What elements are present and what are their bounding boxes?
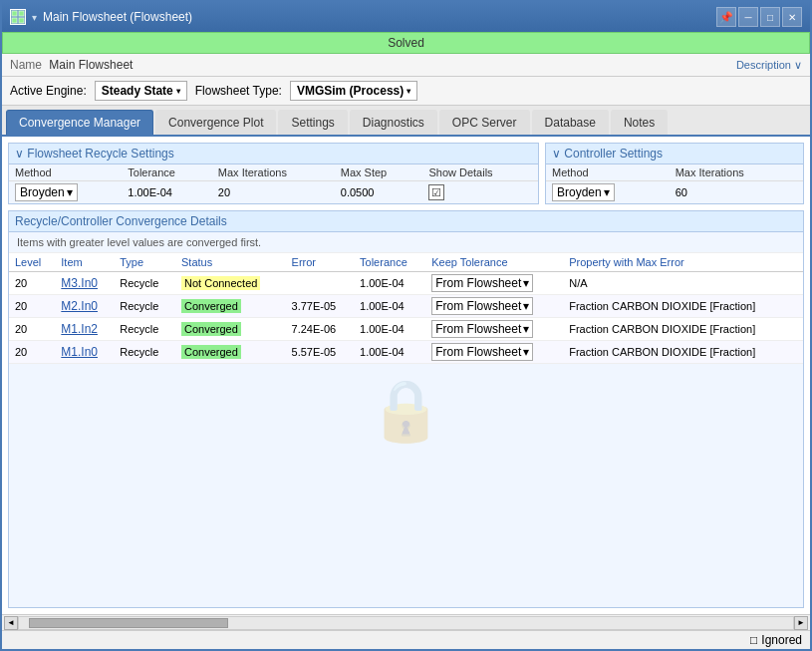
method-value: Broyden [20, 185, 65, 199]
name-value: Main Flowsheet [49, 58, 133, 72]
active-engine-label: Active Engine: [10, 84, 87, 98]
title-bar-arrow: ▾ [32, 12, 37, 23]
h-scrollbar[interactable]: ◄ ► [2, 614, 810, 630]
col-max-iterations: Max Iterations [212, 164, 335, 181]
item-link[interactable]: M2.In0 [61, 299, 98, 313]
status-badge: Converged [181, 322, 241, 336]
flowsheet-recycle-title: ∨ Flowsheet Recycle Settings [15, 147, 174, 161]
controller-settings-section: ∨ Controller Settings Method Max Iterati… [545, 143, 804, 204]
tab-convergence-plot[interactable]: Convergence Plot [155, 110, 276, 135]
cell-keep-tolerance: From Flowsheet ▾ [425, 318, 563, 341]
col-method: Method [9, 164, 122, 181]
tab-diagnostics[interactable]: Diagnostics [350, 110, 437, 135]
table-row: 20 M3.In0 Recycle Not Connected 1.00E-04… [9, 272, 803, 295]
item-link[interactable]: M1.In2 [61, 322, 98, 336]
cell-status: Converged [175, 318, 286, 341]
cell-error: 3.77E-05 [286, 295, 355, 318]
flowsheet-type-dropdown[interactable]: VMGSim (Process) ▾ [290, 81, 417, 101]
ignored-checkbox[interactable]: □ [750, 633, 757, 647]
cell-type: Recycle [114, 318, 175, 341]
keep-tolerance-dropdown[interactable]: From Flowsheet ▾ [431, 343, 533, 361]
status-badge: Converged [181, 299, 241, 313]
cell-error [286, 272, 355, 295]
app-icon [10, 9, 26, 25]
item-link[interactable]: M1.In0 [61, 345, 98, 359]
cell-tolerance: 1.00E-04 [354, 341, 425, 364]
cell-item[interactable]: M1.In0 [55, 341, 114, 364]
title-bar: ▾ Main Flowsheet (Flowsheet) 📌 ─ □ ✕ [2, 2, 810, 32]
tab-convergence-manager-label: Convergence Manager [19, 116, 140, 130]
cell-item[interactable]: M1.In2 [55, 318, 114, 341]
tab-database-label: Database [545, 116, 596, 130]
cell-status: Not Connected [175, 272, 286, 295]
controller-settings-row: Broyden ▾ 60 [546, 181, 803, 204]
tab-convergence-plot-label: Convergence Plot [168, 116, 263, 130]
cell-level: 20 [9, 295, 55, 318]
tab-opc-server[interactable]: OPC Server [439, 110, 530, 135]
cell-status: Converged [175, 341, 286, 364]
max-step-cell: 0.0500 [335, 181, 423, 204]
svg-rect-0 [12, 11, 17, 16]
th-type: Type [114, 253, 175, 272]
scroll-left-button[interactable]: ◄ [4, 616, 18, 630]
cell-level: 20 [9, 318, 55, 341]
ctrl-method-dropdown[interactable]: Broyden ▾ [552, 183, 615, 201]
description-link[interactable]: Description ∨ [736, 59, 802, 72]
keep-tolerance-dropdown[interactable]: From Flowsheet ▾ [431, 297, 533, 315]
tab-settings[interactable]: Settings [278, 110, 347, 135]
svg-rect-1 [19, 11, 24, 16]
cell-level: 20 [9, 341, 55, 364]
keep-tolerance-dropdown[interactable]: From Flowsheet ▾ [431, 274, 533, 292]
th-property: Property with Max Error [563, 253, 803, 272]
name-label: Name [10, 58, 42, 72]
pin-button[interactable]: 📌 [716, 7, 736, 27]
scroll-thumb[interactable] [29, 618, 228, 628]
ignored-label: Ignored [761, 633, 802, 647]
cell-property: Fraction CARBON DIOXIDE [Fraction] [563, 341, 803, 364]
tab-database[interactable]: Database [532, 110, 609, 135]
status-badge: Converged [181, 345, 241, 359]
tab-notes[interactable]: Notes [611, 110, 668, 135]
cell-property: Fraction CARBON DIOXIDE [Fraction] [563, 295, 803, 318]
ctrl-method-arrow: ▾ [604, 185, 610, 199]
minimize-button[interactable]: ─ [738, 7, 758, 27]
convergence-details-header: Recycle/Controller Convergence Details [9, 211, 803, 232]
flowsheet-type-value: VMGSim (Process) [297, 84, 404, 98]
table-row: 20 M1.In0 Recycle Converged 5.57E-05 1.0… [9, 341, 803, 364]
name-row: Name Main Flowsheet Description ∨ [2, 54, 810, 77]
table-row: 20 M2.In0 Recycle Converged 3.77E-05 1.0… [9, 295, 803, 318]
controller-settings-table: Method Max Iterations Broyden ▾ [546, 164, 803, 203]
maximize-button[interactable]: □ [760, 7, 780, 27]
data-table-container[interactable]: Level Item Type Status Error Tolerance K… [9, 253, 803, 607]
bottom-bar: □ Ignored [2, 630, 810, 649]
cell-property: Fraction CARBON DIOXIDE [Fraction] [563, 318, 803, 341]
th-item: Item [55, 253, 114, 272]
flowsheet-recycle-table: Method Tolerance Max Iterations Max Step… [9, 164, 538, 203]
main-window: ▾ Main Flowsheet (Flowsheet) 📌 ─ □ ✕ Sol… [0, 0, 812, 651]
scroll-right-button[interactable]: ► [794, 616, 808, 630]
cell-item[interactable]: M2.In0 [55, 295, 114, 318]
cell-item[interactable]: M3.In0 [55, 272, 114, 295]
col-tolerance: Tolerance [122, 164, 212, 181]
method-dropdown[interactable]: Broyden ▾ [15, 183, 78, 201]
tab-bar: Convergence Manager Convergence Plot Set… [2, 106, 810, 137]
keep-tolerance-dropdown[interactable]: From Flowsheet ▾ [431, 320, 533, 338]
show-details-checkbox[interactable]: ☑ [428, 184, 444, 200]
item-link[interactable]: M3.In0 [61, 276, 98, 290]
scroll-track[interactable] [18, 616, 794, 630]
engine-dropdown-arrow: ▾ [176, 87, 180, 96]
close-button[interactable]: ✕ [782, 7, 802, 27]
ctrl-col-method: Method [546, 164, 670, 181]
flowsheet-recycle-section: ∨ Flowsheet Recycle Settings Method Tole… [8, 143, 539, 204]
tab-convergence-manager[interactable]: Convergence Manager [6, 110, 153, 135]
show-details-cell: ☑ [422, 181, 538, 204]
engine-value: Steady State [102, 84, 173, 98]
tab-settings-label: Settings [291, 116, 334, 130]
tab-opc-server-label: OPC Server [452, 116, 517, 130]
th-tolerance: Tolerance [354, 253, 425, 272]
ctrl-method-value: Broyden [557, 185, 602, 199]
cell-keep-tolerance: From Flowsheet ▾ [425, 295, 563, 318]
cell-keep-tolerance: From Flowsheet ▾ [425, 272, 563, 295]
cell-type: Recycle [114, 272, 175, 295]
engine-dropdown[interactable]: Steady State ▾ [95, 81, 187, 101]
